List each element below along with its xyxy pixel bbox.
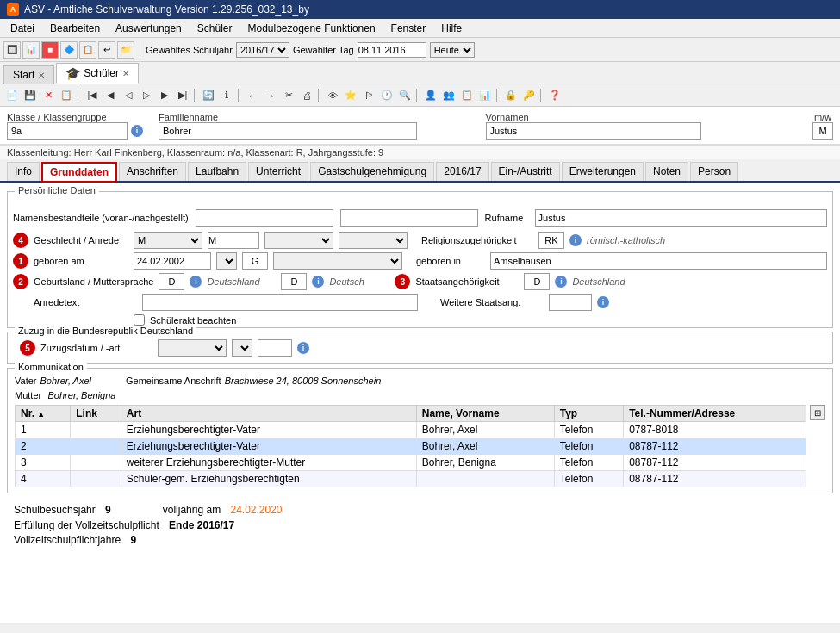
table-row[interactable]: 2 Erziehungsberechtigter-Vater Bohrer, A… <box>16 438 806 455</box>
nav-tab-unterricht[interactable]: Unterricht <box>248 162 308 181</box>
geboren-am-input[interactable] <box>134 252 211 270</box>
ic-new[interactable]: 📄 <box>3 87 21 104</box>
zuzugsdatum-select[interactable] <box>158 339 227 357</box>
nav-tab-noten[interactable]: Noten <box>645 162 688 181</box>
staatsang-info-icon[interactable]: i <box>555 276 567 288</box>
nav-tab-laufbahn[interactable]: Laufbahn <box>188 162 246 181</box>
tb-icon-2[interactable]: 📊 <box>22 41 40 59</box>
table-expand-btn[interactable]: ⊞ <box>810 405 825 420</box>
menu-bearbeiten[interactable]: Bearbeiten <box>43 21 107 36</box>
tb-icon-3[interactable]: ■ <box>41 41 59 59</box>
rufname-input[interactable] <box>535 209 827 227</box>
geboren-in-input[interactable] <box>490 252 827 270</box>
ic-prev2[interactable]: ◁ <box>120 87 137 104</box>
tb-icon-7[interactable]: 📁 <box>117 41 134 59</box>
zuzugsdatum-input2[interactable] <box>258 339 292 357</box>
geschlecht-select[interactable]: M <box>134 232 202 249</box>
zuzug-info-icon[interactable]: i <box>297 342 309 354</box>
ic-search[interactable]: 🔍 <box>396 87 414 104</box>
table-row[interactable]: 1 Erziehungsberechtigter-Vater Bohrer, A… <box>16 422 806 438</box>
vater-label: Vater <box>15 375 36 386</box>
nav-tab-person[interactable]: Person <box>690 162 738 181</box>
ic-prev[interactable]: ◀ <box>102 87 119 104</box>
heute-select[interactable]: Heute <box>430 42 475 58</box>
geschlecht-select2[interactable] <box>264 232 333 249</box>
geburtsland-code-input[interactable] <box>159 273 184 290</box>
namensbestandteile-nach-input[interactable] <box>340 209 478 227</box>
familienname-input[interactable] <box>159 122 417 140</box>
ic-save[interactable]: 💾 <box>22 87 39 104</box>
nav-tab-erweiterungen[interactable]: Erweiterungen <box>562 162 644 181</box>
nav-tab-info[interactable]: Info <box>7 162 40 181</box>
ic-print[interactable]: 🖨 <box>298 87 315 104</box>
ic-help[interactable]: ❓ <box>546 87 563 104</box>
religion-info-icon[interactable]: i <box>569 234 582 246</box>
muttersprache-info-icon[interactable]: i <box>312 276 324 288</box>
ic-last[interactable]: ▶| <box>174 87 191 104</box>
tb-icon-4[interactable]: 🔷 <box>60 41 78 59</box>
namensbestandteile-voran-input[interactable] <box>196 209 333 227</box>
ic-user[interactable]: 👤 <box>422 87 439 104</box>
staatsang-code-input[interactable] <box>524 273 550 290</box>
nav-tab-gastschule[interactable]: Gastschulgenehmigung <box>310 162 434 181</box>
schuljahr-select[interactable]: 2016/17 <box>236 42 289 58</box>
ic-clock[interactable]: 🕐 <box>378 87 395 104</box>
g-select[interactable] <box>273 252 402 270</box>
menu-schueler[interactable]: Schüler <box>190 21 240 36</box>
tab-schueler[interactable]: 🎓 Schüler ✕ <box>56 63 139 84</box>
ic-copy[interactable]: 📋 <box>58 87 75 104</box>
ic-key[interactable]: 🔑 <box>520 87 538 104</box>
rufname-label: Rufname <box>485 213 528 223</box>
nav-tab-einaustritt[interactable]: Ein-/Austritt <box>491 162 560 181</box>
ic-next2[interactable]: ▷ <box>138 87 155 104</box>
menu-modulbezogene[interactable]: Modulbezogene Funktionen <box>240 21 382 36</box>
nav-tab-2016[interactable]: 2016/17 <box>436 162 488 181</box>
klasse-info-icon[interactable]: i <box>131 125 143 137</box>
geburtsland-info-icon[interactable]: i <box>190 276 202 288</box>
muttersprache-code-input[interactable] <box>281 273 307 290</box>
ic-chart[interactable]: 📊 <box>476 87 494 104</box>
klasse-input[interactable] <box>7 122 128 140</box>
tb-icon-1[interactable]: 🔲 <box>3 41 21 59</box>
ic-eye[interactable]: 👁 <box>324 87 341 104</box>
table-row[interactable]: 4 Schüler-gem. Erziehungsberechtigten Te… <box>16 471 806 487</box>
schuelerakt-checkbox[interactable] <box>134 314 145 326</box>
ic-lock[interactable]: 🔒 <box>502 87 520 104</box>
ic-next[interactable]: ▶ <box>156 87 173 104</box>
ic-cut[interactable]: ✂ <box>280 87 297 104</box>
ic-delete[interactable]: ✕ <box>40 87 57 104</box>
ic-refresh[interactable]: 🔄 <box>200 87 217 104</box>
tb-icon-6[interactable]: ↩ <box>98 41 115 59</box>
ic-info[interactable]: ℹ <box>218 87 235 104</box>
tag-input[interactable] <box>358 42 426 58</box>
ic-star[interactable]: ⭐ <box>342 87 359 104</box>
menu-auswertungen[interactable]: Auswertungen <box>109 21 189 36</box>
geboren-am-dropdown[interactable]: ▼ <box>216 252 237 270</box>
ic-group[interactable]: 👥 <box>440 87 457 104</box>
weitere-staatsang-info-icon[interactable]: i <box>597 296 609 308</box>
ic-first[interactable]: |◀ <box>84 87 101 104</box>
menu-datei[interactable]: Datei <box>3 21 41 36</box>
zuzugsdatum-dropdown[interactable]: ▼ <box>232 339 252 357</box>
anrede-input[interactable] <box>208 232 259 249</box>
ic-forward[interactable]: → <box>262 87 279 104</box>
mw-input[interactable] <box>812 122 833 140</box>
anredetext-input[interactable] <box>142 294 418 311</box>
table-row[interactable]: 3 weiterer Erziehungsberechtigter-Mutter… <box>16 455 806 471</box>
ic-back[interactable]: ← <box>244 87 261 104</box>
ic-list[interactable]: 📋 <box>458 87 476 104</box>
menu-fenster[interactable]: Fenster <box>384 21 433 36</box>
tab-schueler-close[interactable]: ✕ <box>122 69 129 78</box>
menu-hilfe[interactable]: Hilfe <box>434 21 469 36</box>
vornamen-input[interactable] <box>486 122 701 140</box>
anrede-select[interactable] <box>339 232 408 249</box>
ic-flag[interactable]: 🏳 <box>360 87 377 104</box>
tab-start[interactable]: Start ✕ <box>3 65 54 84</box>
nav-tab-anschriften[interactable]: Anschriften <box>119 162 186 181</box>
nav-tab-grunddaten[interactable]: Grunddaten <box>41 162 117 183</box>
weitere-staatsang-input[interactable] <box>549 294 592 311</box>
tb-icon-5[interactable]: 📋 <box>79 41 96 59</box>
g-input[interactable] <box>242 252 268 270</box>
religion-code-input[interactable] <box>538 232 564 249</box>
tab-start-close[interactable]: ✕ <box>38 71 45 80</box>
